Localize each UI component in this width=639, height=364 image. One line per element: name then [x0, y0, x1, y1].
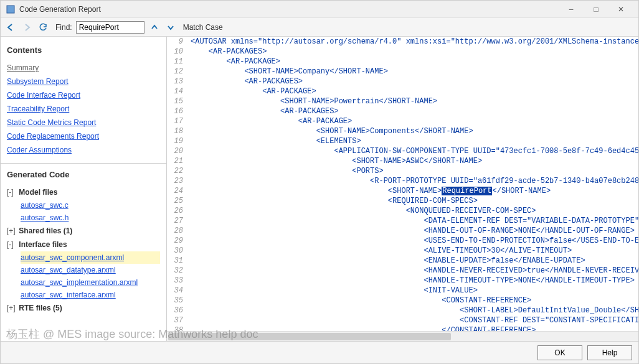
- match-case-label[interactable]: Match Case: [183, 23, 223, 32]
- code-line[interactable]: 9<AUTOSAR xmlns="http://autosar.org/sche…: [167, 37, 638, 47]
- code-line[interactable]: 24 <SHORT-NAME>RequirePort</SHORT-NAME>: [167, 186, 638, 196]
- code-line[interactable]: 15 <SHORT-NAME>Powertrain</SHORT-NAME>: [167, 96, 638, 106]
- code-line[interactable]: 14 <AR-PACKAGE>: [167, 86, 638, 96]
- file-group-3[interactable]: [+] RTE files (5): [7, 301, 160, 315]
- code-viewer[interactable]: 9<AUTOSAR xmlns="http://autosar.org/sche…: [167, 37, 638, 331]
- forward-button[interactable]: [21, 21, 33, 34]
- horizontal-scrollbar[interactable]: [167, 331, 638, 341]
- titlebar: Code Generation Report – □ ✕: [1, 1, 638, 18]
- find-prev-button[interactable]: [148, 21, 161, 34]
- code-line[interactable]: 20 <APPLICATION-SW-COMPONENT-TYPE UUID="…: [167, 146, 638, 156]
- code-line[interactable]: 26 <NONQUEUED-RECEIVER-COM-SPEC>: [167, 206, 638, 216]
- file-link[interactable]: autosar_swc.c: [21, 199, 160, 212]
- code-line[interactable]: 22 <PORTS>: [167, 166, 638, 176]
- bottom-bar: OK Help: [1, 341, 638, 363]
- search-highlight: RequirePort: [442, 187, 492, 195]
- toolbar: Find: Match Case: [1, 18, 638, 37]
- nav-link-traceability-report[interactable]: Traceability Report: [7, 102, 160, 116]
- nav-link-subsystem-report[interactable]: Subsystem Report: [7, 75, 160, 88]
- code-line[interactable]: 19 <ELEMENTS>: [167, 136, 638, 146]
- code-line[interactable]: 29 <USES-END-TO-END-PROTECTION>false</US…: [167, 236, 638, 246]
- code-line[interactable]: 30 <ALIVE-TIMEOUT>30</ALIVE-TIMEOUT>: [167, 246, 638, 256]
- app-icon: [6, 4, 16, 14]
- code-line[interactable]: 27 <DATA-ELEMENT-REF DEST="VARIABLE-DATA…: [167, 216, 638, 226]
- find-label: Find:: [55, 23, 72, 32]
- main-area: Contents SummarySubsystem ReportCode Int…: [1, 37, 638, 341]
- refresh-button[interactable]: [37, 21, 49, 34]
- divider: [1, 163, 166, 164]
- file-group-1[interactable]: [+] Shared files (1): [7, 224, 160, 238]
- code-line[interactable]: 10 <AR-PACKAGES>: [167, 47, 638, 57]
- code-line[interactable]: 28 <HANDLE-OUT-OF-RANGE>NONE</HANDLE-OUT…: [167, 226, 638, 236]
- window-title: Code Generation Report: [19, 5, 559, 14]
- code-line[interactable]: 32 <HANDLE-NEVER-RECEIVED>true</HANDLE-N…: [167, 266, 638, 276]
- find-next-button[interactable]: [164, 21, 177, 34]
- scroll-thumb[interactable]: [168, 333, 451, 340]
- code-line[interactable]: 16 <AR-PACKAGES>: [167, 106, 638, 116]
- file-link[interactable]: autosar_swc_interface.arxml: [21, 289, 160, 301]
- code-line[interactable]: 34 <INIT-VALUE>: [167, 286, 638, 296]
- code-line[interactable]: 35 <CONSTANT-REFERENCE>: [167, 296, 638, 306]
- back-button[interactable]: [4, 21, 17, 34]
- code-line[interactable]: 13 <AR-PACKAGES>: [167, 77, 638, 86]
- window-controls: – □ ✕: [559, 1, 633, 17]
- nav-link-code-interface-report[interactable]: Code Interface Report: [7, 88, 160, 102]
- toggle-icon[interactable]: [-]: [7, 238, 17, 251]
- code-line[interactable]: 38 </CONSTANT-REFERENCE>: [167, 325, 638, 331]
- code-line[interactable]: 17 <AR-PACKAGE>: [167, 116, 638, 126]
- code-line[interactable]: 11 <AR-PACKAGE>: [167, 57, 638, 67]
- help-button[interactable]: Help: [587, 345, 632, 360]
- code-line[interactable]: 37 <CONSTANT-REF DEST="CONSTANT-SPECIFIC…: [167, 315, 638, 325]
- code-line[interactable]: 21 <SHORT-NAME>ASWC</SHORT-NAME>: [167, 156, 638, 166]
- nav-link-summary[interactable]: Summary: [7, 61, 160, 75]
- file-link[interactable]: autosar_swc_implementation.arxml: [21, 276, 160, 289]
- code-line[interactable]: 18 <SHORT-NAME>Components</SHORT-NAME>: [167, 126, 638, 136]
- nav-link-coder-assumptions[interactable]: Coder Assumptions: [7, 143, 160, 157]
- contents-heading: Contents: [7, 45, 160, 55]
- code-line[interactable]: 31 <ENABLE-UPDATE>false</ENABLE-UPDATE>: [167, 256, 638, 266]
- nav-link-static-code-metrics-report[interactable]: Static Code Metrics Report: [7, 116, 160, 129]
- toggle-icon[interactable]: [-]: [7, 185, 17, 199]
- minimize-button[interactable]: –: [559, 1, 584, 17]
- code-line[interactable]: 33 <HANDLE-TIMEOUT-TYPE>NONE</HANDLE-TIM…: [167, 276, 638, 286]
- file-group-0[interactable]: [-] Model files: [7, 185, 160, 199]
- toggle-icon[interactable]: [+]: [7, 301, 17, 315]
- sidebar: Contents SummarySubsystem ReportCode Int…: [1, 37, 167, 341]
- code-line[interactable]: 12 <SHORT-NAME>Company</SHORT-NAME>: [167, 67, 638, 77]
- maximize-button[interactable]: □: [584, 1, 608, 17]
- ok-button[interactable]: OK: [537, 345, 582, 360]
- file-link[interactable]: autosar_swc_component.arxml: [21, 251, 160, 264]
- toggle-icon[interactable]: [+]: [7, 224, 17, 238]
- find-input[interactable]: [76, 21, 144, 34]
- close-button[interactable]: ✕: [608, 1, 633, 17]
- generated-code-heading: Generated Code: [7, 170, 160, 179]
- nav-link-code-replacements-report[interactable]: Code Replacements Report: [7, 129, 160, 143]
- file-link[interactable]: autosar_swc_datatype.arxml: [21, 264, 160, 276]
- file-link[interactable]: autosar_swc.h: [21, 212, 160, 224]
- file-group-2[interactable]: [-] Interface files: [7, 238, 160, 251]
- code-line[interactable]: 25 <REQUIRED-COM-SPECS>: [167, 196, 638, 206]
- code-line[interactable]: 36 <SHORT-LABEL>DefaultInitValue_Double<…: [167, 306, 638, 315]
- svg-rect-0: [7, 6, 14, 13]
- code-line[interactable]: 23 <R-PORT-PROTOTYPE UUID="a61fdf29-acde…: [167, 176, 638, 186]
